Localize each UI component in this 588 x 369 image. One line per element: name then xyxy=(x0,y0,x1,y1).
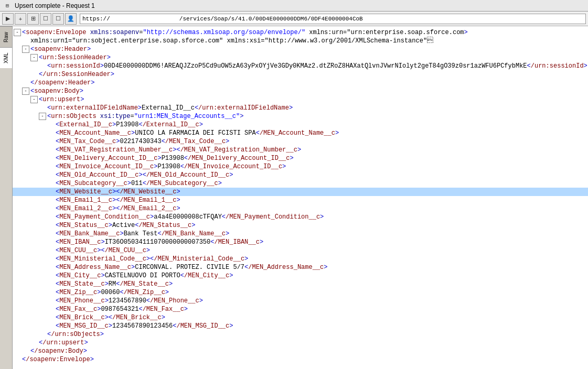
xml-line: <MEN_Tax_Code__c>02217430343</MEN_Tax_Co… xyxy=(13,137,588,146)
xml-line: <MEN_Delivery_Account_ID__c>P13908</MEN_… xyxy=(13,154,588,162)
xml-content: <MEN_Delivery_Account_ID__c>P13908</MEN_… xyxy=(56,154,294,162)
xml-line: <MEN_CUU__c></MEN_CUU__c> xyxy=(13,246,588,255)
xml-viewer: -<soapenv:Envelope xmlns:soapenv="http:/… xyxy=(13,28,588,364)
url-bar[interactable] xyxy=(80,14,586,24)
xml-line: <MEN_Status__c>Active</MEN_Status__c> xyxy=(13,221,588,230)
xml-content: <MEN_City__c>CASTELNUOVO DI PORTO</MEN_C… xyxy=(56,272,233,280)
xml-line: <urn:sessionId>00D4E000000DDM6!AREAQJZzo… xyxy=(13,62,588,70)
xml-content: <MEN_Zip__c>00060</MEN_Zip__c> xyxy=(56,288,169,297)
xml-line: -<urn:SessionHeader> xyxy=(13,53,588,62)
add-button[interactable]: + xyxy=(15,13,26,25)
grid-button[interactable]: ⊞ xyxy=(27,13,39,25)
xml-content: </urn:sObjects> xyxy=(47,330,104,339)
xml-line: <MEN_Bank_Name__c>Bank Test</MEN_Bank_Na… xyxy=(13,230,588,238)
xml-line: <MEN_IBAN__c>IT36O0503411107000000000735… xyxy=(13,238,588,246)
collapse-button[interactable]: - xyxy=(30,96,38,103)
xml-line: -<soapenv:Header> xyxy=(13,45,588,53)
xml-content: <soapenv:Envelope xmlns:soapenv="http://… xyxy=(22,28,468,37)
xml-line: </urn:upsert> xyxy=(13,339,588,347)
xml-line: <MEN_Website__c></MEN_Website__c> xyxy=(13,188,588,196)
xml-content: </soapenv:Header> xyxy=(30,79,94,87)
xml-content: <MEN_CUU__c></MEN_CUU__c> xyxy=(56,246,150,255)
xml-content: <soapenv:Body> xyxy=(30,87,83,95)
xml-content: <MEN_State__c>RM</MEN_State__c> xyxy=(56,280,173,288)
xml-content: <External_ID__c>P13908</External_ID__c> xyxy=(56,121,203,129)
xml-line: </urn:sObjects> xyxy=(13,330,588,339)
window-title: Upsert complete - Request 1 xyxy=(15,2,95,9)
collapse-button[interactable]: - xyxy=(22,88,29,95)
xml-line: -<urn:sObjects xsi:type="urn1:MEN_Stage_… xyxy=(13,112,588,121)
xml-content: <MEN_Address_Name__c>CIRCONVAL. PROTEZ. … xyxy=(56,263,328,272)
xml-line: </soapenv:Body> xyxy=(13,347,588,355)
square-button[interactable]: ☐ xyxy=(40,13,51,25)
side-tabs: Raw XML xyxy=(0,26,13,369)
xml-content: <urn:upsert> xyxy=(39,95,84,104)
xml-line: <MEN_Fax__c>0987654321</MEN_Fax__c> xyxy=(13,305,588,313)
xml-content: </soapenv:Body> xyxy=(30,347,87,355)
xml-line: <MEN_VAT_Registration_Number__c></MEN_VA… xyxy=(13,146,588,154)
xml-line: <MEN_State__c>RM</MEN_State__c> xyxy=(13,280,588,288)
collapse-button[interactable]: - xyxy=(22,46,29,53)
xml-line: </soapenv:Envelope> xyxy=(13,355,588,364)
xml-content: <urn:externalIDFieldName>External_ID__c<… xyxy=(47,104,293,112)
xml-content: <MEN_Fax__c>0987654321</MEN_Fax__c> xyxy=(56,305,188,313)
toolbar: ▶ + ⊞ ☐ ☐ 👤 xyxy=(0,12,588,26)
xml-content: <soapenv:Header> xyxy=(30,45,91,53)
xml-content: </soapenv:Envelope> xyxy=(22,355,94,364)
xml-line: <MEN_Subcategory__c>011</MEN_Subcategory… xyxy=(13,179,588,188)
xml-content: <MEN_IBAN__c>IT36O0503411107000000000735… xyxy=(56,238,263,246)
xml-line: <MEN_Zip__c>00060</MEN_Zip__c> xyxy=(13,288,588,297)
xml-line: -<urn:upsert> xyxy=(13,95,588,104)
xml-line: </urn:SessionHeader> xyxy=(13,70,588,79)
xml-content: <MEN_Brick__c></MEN_Brick__c> xyxy=(56,313,165,322)
xml-content: <MEN_Website__c></MEN_Website__c> xyxy=(56,188,180,196)
xml-line: xmlns:urn1="urn:sobject.enterprise.soap.… xyxy=(13,37,588,45)
xml-content: <MEN_MSG_ID__c>1234567890123456</MEN_MSG… xyxy=(56,322,233,330)
user-button[interactable]: 👤 xyxy=(65,13,77,25)
xml-content: <MEN_Email_2__c></MEN_Email_2__c> xyxy=(56,204,180,213)
collapse-button[interactable]: - xyxy=(30,54,38,61)
xml-content: <MEN_Email_1__c></MEN_Email_1__c> xyxy=(56,196,180,204)
title-bar: ⊞ Upsert complete - Request 1 xyxy=(0,0,588,12)
collapse-button[interactable]: - xyxy=(39,113,46,120)
xml-line: <External_ID__c>P13908</External_ID__c> xyxy=(13,121,588,129)
app-icon: ⊞ xyxy=(3,2,12,10)
xml-line: <MEN_Invoice_Account_ID__c>P13908</MEN_I… xyxy=(13,162,588,171)
xml-line: </soapenv:Header> xyxy=(13,79,588,87)
square2-button[interactable]: ☐ xyxy=(52,13,64,25)
xml-line: <MEN_City__c>CASTELNUOVO DI PORTO</MEN_C… xyxy=(13,272,588,280)
main-container: Raw XML -<soapenv:Envelope xmlns:soapenv… xyxy=(0,26,588,369)
xml-content: <MEN_Ministerial_Code__c></MEN_Ministeri… xyxy=(56,255,248,263)
xml-content: <MEN_VAT_Registration_Number__c></MEN_VA… xyxy=(56,146,301,154)
xml-content: <MEN_Phone__c>1234567890</MEN_Phone__c> xyxy=(56,297,203,305)
xml-content: <MEN_Bank_Name__c>Bank Test</MEN_Bank_Na… xyxy=(56,230,229,238)
xml-content: <MEN_Invoice_Account_ID__c>P13908</MEN_I… xyxy=(56,162,286,171)
xml-line: -<soapenv:Body> xyxy=(13,87,588,95)
xml-content: <MEN_Account_Name__c>UNICO LA FARMACIA D… xyxy=(56,129,339,137)
xml-content: <MEN_Subcategory__c>011</MEN_Subcategory… xyxy=(56,179,222,188)
xml-line: -<soapenv:Envelope xmlns:soapenv="http:/… xyxy=(13,28,588,37)
xml-line: <MEN_Payment_Condition__c>a4a4E0000008cT… xyxy=(13,213,588,221)
xml-line: <MEN_Address_Name__c>CIRCONVAL. PROTEZ. … xyxy=(13,263,588,272)
xml-content: <urn:sObjects xsi:type="urn1:MEN_Stage_A… xyxy=(47,112,243,121)
collapse-button[interactable]: - xyxy=(14,29,21,36)
xml-content: <MEN_Status__c>Active</MEN_Status__c> xyxy=(56,221,195,230)
xml-content: <MEN_Old_Account_ID__c></MEN_Old_Account… xyxy=(56,171,233,179)
xml-content: <MEN_Tax_Code__c>02217430343</MEN_Tax_Co… xyxy=(56,137,229,146)
tab-raw[interactable]: Raw xyxy=(0,26,12,47)
content-area: -<soapenv:Envelope xmlns:soapenv="http:/… xyxy=(13,26,588,369)
xml-content: </urn:upsert> xyxy=(39,339,88,347)
xml-line: <urn:externalIDFieldName>External_ID__c<… xyxy=(13,104,588,112)
xml-line: <MEN_Ministerial_Code__c></MEN_Ministeri… xyxy=(13,255,588,263)
xml-line: <MEN_Email_2__c></MEN_Email_2__c> xyxy=(13,204,588,213)
xml-line: <MEN_Phone__c>1234567890</MEN_Phone__c> xyxy=(13,297,588,305)
play-button[interactable]: ▶ xyxy=(2,13,14,25)
xml-content: </urn:SessionHeader> xyxy=(39,70,114,79)
xml-content: <urn:SessionHeader> xyxy=(39,53,111,62)
tab-xml[interactable]: XML xyxy=(0,47,12,68)
xml-line: <MEN_MSG_ID__c>1234567890123456</MEN_MSG… xyxy=(13,322,588,330)
xml-line: <MEN_Email_1__c></MEN_Email_1__c> xyxy=(13,196,588,204)
xml-line: <MEN_Account_Name__c>UNICO LA FARMACIA D… xyxy=(13,129,588,137)
xml-content: <MEN_Payment_Condition__c>a4a4E0000008cT… xyxy=(56,213,324,221)
xml-line: <MEN_Brick__c></MEN_Brick__c> xyxy=(13,313,588,322)
